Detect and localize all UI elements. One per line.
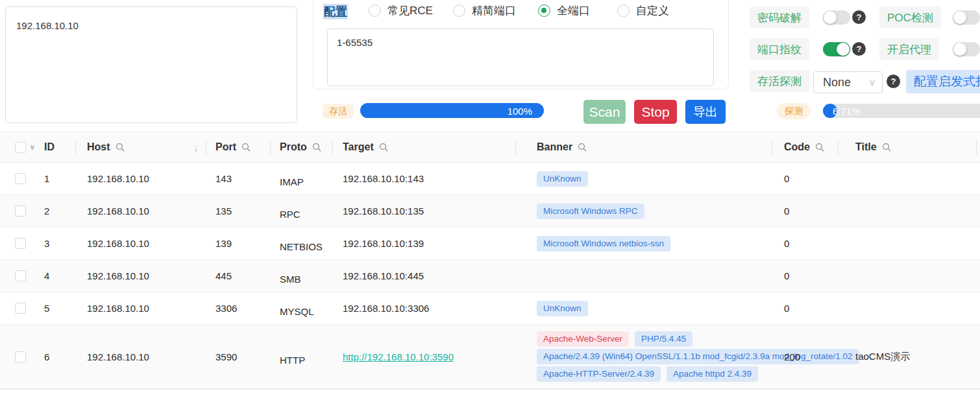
heuristic-scan-button[interactable]: 配置启发式扫 [906, 70, 980, 93]
stop-button[interactable]: Stop [634, 100, 677, 124]
password-crack-toggle[interactable] [823, 10, 850, 25]
alive-probe-help-icon[interactable]: ? [887, 75, 900, 88]
port-preset-radio[interactable]: 自定义 [617, 3, 669, 18]
export-button[interactable]: 导出 [685, 100, 726, 124]
cell-proto: RPC [271, 206, 333, 217]
header-code-label: Code [784, 141, 810, 153]
cell-host: 192.168.10.10 [76, 303, 206, 314]
targets-input[interactable]: 192.168.10.10 [5, 6, 297, 123]
port-fingerprint-button[interactable]: 端口指纹 [750, 38, 809, 60]
cell-host: 192.168.10.10 [76, 270, 206, 281]
port-preset-radio[interactable]: 常见RCE [369, 3, 433, 18]
alive-badge: 存活 [323, 104, 354, 119]
header-proto[interactable]: Proto [271, 132, 333, 162]
row-checkbox[interactable] [15, 270, 26, 281]
target-link[interactable]: http://192.168.10.10:3590 [343, 351, 454, 362]
cell-id: 2 [39, 206, 76, 217]
toggle-knob [824, 11, 837, 24]
search-icon[interactable] [241, 143, 251, 152]
scan-button[interactable]: Scan [583, 100, 626, 124]
cell-banner: Microsoft Windows RPC [516, 197, 772, 226]
search-icon[interactable] [815, 143, 824, 152]
radio-label: 常见RCE [387, 3, 433, 18]
cell-title: taoCMS演示 [839, 351, 977, 363]
proxy-button[interactable]: 开启代理 [879, 38, 939, 60]
config-panel: 配置 常见RCE 精简端口 全端口 自定义 1-65535 [313, 0, 729, 89]
header-port[interactable]: Port [206, 132, 271, 162]
search-icon[interactable] [379, 143, 388, 152]
radio-circle-icon [453, 5, 465, 17]
proxy-toggle[interactable] [953, 42, 980, 56]
cell-port: 445 [206, 270, 271, 281]
table-row[interactable]: 5 192.168.10.10 3306 MYSQL 192.168.10.10… [0, 292, 980, 325]
port-preset-radio[interactable]: 精简端口 [453, 3, 516, 18]
cell-host: 192.168.10.10 [76, 206, 206, 217]
row-checkbox[interactable] [15, 303, 26, 314]
search-icon[interactable] [882, 143, 891, 152]
banner-badge: Microsoft Windows netbios-ssn [537, 236, 670, 252]
alive-probe-selected-value: None [823, 76, 869, 89]
search-icon[interactable] [578, 143, 587, 152]
cell-port: 3306 [206, 303, 271, 314]
poc-detect-button[interactable]: POC检测 [879, 6, 941, 29]
cell-target: 192.168.10.10:143 [333, 173, 516, 184]
alive-probe-select[interactable]: None ∨ [813, 71, 883, 93]
radio-label: 全端口 [557, 3, 590, 18]
select-all-checkbox[interactable] [15, 142, 26, 153]
cell-port: 135 [206, 206, 271, 217]
table-row[interactable]: 3 192.168.10.10 139 NETBIOS 192.168.10.1… [0, 228, 980, 260]
header-title[interactable]: Title [839, 132, 977, 162]
port-fingerprint-toggle[interactable] [823, 42, 850, 56]
row-checkbox[interactable] [15, 238, 26, 249]
sort-descending-icon[interactable]: ↓ [194, 142, 199, 153]
ports-input[interactable]: 1-65535 [327, 29, 714, 86]
cell-id: 3 [39, 238, 76, 249]
header-code[interactable]: Code [772, 132, 839, 162]
cell-port: 139 [206, 238, 271, 249]
table-row[interactable]: 6 192.168.10.10 3590 HTTP http://192.168… [0, 325, 980, 389]
banner-badge: PHP/5.4.45 [635, 331, 692, 347]
port-fingerprint-help-icon[interactable]: ? [852, 42, 866, 56]
header-host[interactable]: Host ↓ [76, 132, 206, 162]
header-target[interactable]: Target [333, 132, 516, 162]
cell-id: 5 [39, 303, 76, 314]
cell-banner [516, 272, 772, 281]
port-preset-radio[interactable]: 全端口 [538, 3, 590, 18]
cell-banner: UnKnown [516, 294, 772, 323]
poc-detect-toggle[interactable] [953, 10, 980, 25]
cell-banner: Microsoft Windows netbios-ssn [516, 229, 772, 258]
search-icon[interactable] [116, 143, 125, 152]
password-crack-help-icon[interactable]: ? [852, 10, 866, 24]
app-window: 192.168.10.10 配置 常见RCE 精简端口 全端口 自定义 1-65… [0, 0, 980, 400]
toggle-knob [953, 11, 966, 24]
config-title: 配置 [323, 4, 348, 19]
cell-id: 1 [39, 173, 76, 184]
table-row[interactable]: 4 192.168.10.10 445 SMB 192.168.10.10:44… [0, 260, 980, 292]
table-row[interactable]: 1 192.168.10.10 143 IMAP 192.168.10.10:1… [0, 163, 980, 195]
header-target-label: Target [343, 141, 374, 153]
cell-code: 0 [772, 206, 839, 217]
password-crack-button[interactable]: 密码破解 [750, 6, 809, 29]
selection-chevron-down-icon[interactable]: ∨ [29, 143, 36, 152]
cell-id: 4 [39, 270, 76, 281]
probe-badge: 探测 [777, 103, 811, 119]
row-checkbox[interactable] [15, 206, 26, 217]
search-icon[interactable] [312, 143, 321, 152]
cell-target: 192.168.10.10:3306 [333, 303, 516, 314]
cell-code: 0 [772, 303, 839, 314]
cell-code: 0 [772, 173, 839, 184]
probe-progress-bar: 6.71% [823, 104, 980, 118]
alive-probe-button[interactable]: 存活探测 [750, 70, 809, 92]
cell-host: 192.168.10.10 [76, 238, 206, 249]
header-id[interactable]: ID [39, 132, 76, 162]
header-banner[interactable]: Banner [516, 132, 772, 162]
row-checkbox[interactable] [15, 351, 26, 362]
cell-id: 6 [39, 351, 76, 362]
cell-target: 192.168.10.10:139 [333, 238, 516, 249]
table-body: 1 192.168.10.10 143 IMAP 192.168.10.10:1… [0, 163, 980, 389]
cell-code: 0 [772, 238, 839, 249]
cell-proto: SMB [271, 270, 333, 281]
cell-proto: IMAP [271, 173, 333, 184]
row-checkbox[interactable] [15, 173, 26, 184]
table-row[interactable]: 2 192.168.10.10 135 RPC 192.168.10.10:13… [0, 195, 980, 228]
